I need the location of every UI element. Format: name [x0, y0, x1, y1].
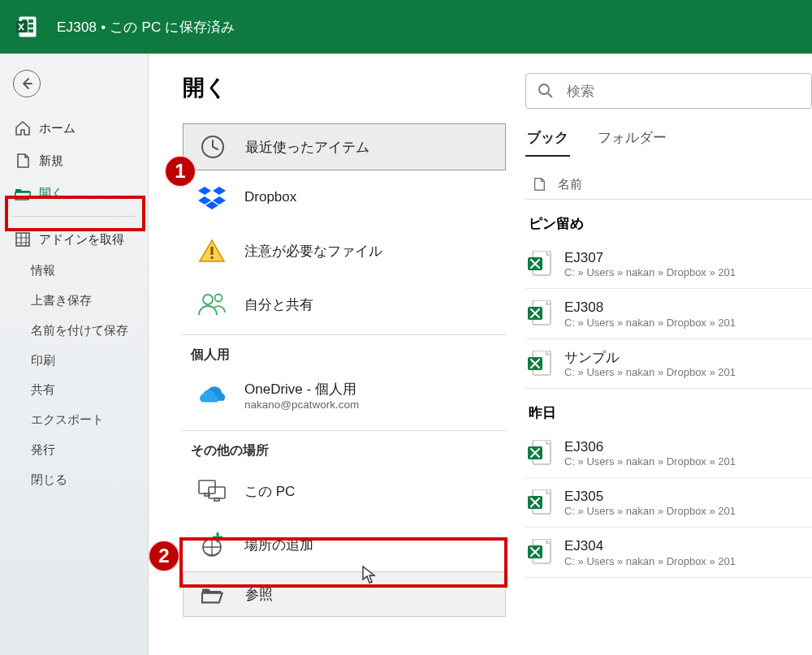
folder-open-icon — [15, 185, 31, 201]
add-place-icon — [197, 530, 227, 559]
document-icon — [532, 176, 546, 192]
sidebar-item-new[interactable]: 新規 — [8, 144, 140, 177]
back-button[interactable] — [13, 70, 41, 97]
this-pc-icon — [197, 476, 227, 506]
location-label: 注意が必要なファイル — [244, 242, 382, 261]
file-row[interactable]: EJ306 C: » Users » nakan » Dropbox » 201 — [525, 429, 812, 478]
files-panel: 検索 ブック フォルダー 名前 ピン留め EJ307 C: » Users » … — [506, 73, 812, 655]
location-onedrive[interactable]: OneDrive - 個人用 nakano@pcatwork.com — [183, 368, 506, 422]
location-label: 最近使ったアイテム — [245, 138, 369, 157]
document-icon — [15, 153, 31, 169]
search-input[interactable]: 検索 — [525, 73, 812, 109]
sidebar-item-save[interactable]: 上書き保存 — [8, 286, 140, 316]
file-path: C: » Users » nakan » Dropbox » 201 — [564, 455, 736, 468]
excel-file-icon — [527, 489, 553, 515]
sidebar-item-addins[interactable]: アドインを取得 — [8, 223, 140, 256]
tab-folders[interactable]: フォルダー — [596, 123, 668, 157]
location-text: OneDrive - 個人用 nakano@pcatwork.com — [244, 380, 359, 411]
sidebar-separator — [13, 216, 135, 217]
sidebar-item-open[interactable]: 開く — [8, 177, 140, 209]
svg-point-22 — [539, 84, 549, 94]
sidebar-label: 開く — [39, 186, 63, 201]
location-label: この PC — [244, 482, 295, 501]
document-title: EJ308 • この PC に保存済み — [57, 18, 235, 37]
file-path: C: » Users » nakan » Dropbox » 201 — [564, 317, 736, 329]
svg-point-16 — [215, 295, 222, 302]
sidebar-item-saveas[interactable]: 名前を付けて保存 — [8, 316, 140, 346]
svg-rect-19 — [209, 487, 225, 498]
location-browse[interactable]: 参照 — [183, 571, 506, 617]
home-icon — [15, 120, 31, 136]
sidebar-item-share[interactable]: 共有 — [8, 375, 140, 405]
search-icon — [538, 83, 554, 99]
location-recent[interactable]: 最近使ったアイテム — [183, 123, 506, 170]
tab-books[interactable]: ブック — [525, 123, 570, 157]
file-name: サンプル — [564, 349, 736, 366]
section-yesterday: 昨日 — [529, 403, 812, 422]
open-locations: 開く 最近使ったアイテム Dropbox 注意が必要なファイル — [183, 73, 506, 655]
file-path: C: » Users » nakan » Dropbox » 201 — [564, 505, 736, 517]
svg-rect-13 — [211, 247, 214, 255]
file-path: C: » Users » nakan » Dropbox » 201 — [564, 555, 736, 567]
file-row[interactable]: EJ308 C: » Users » nakan » Dropbox » 201 — [525, 289, 812, 338]
search-placeholder: 検索 — [567, 82, 594, 101]
svg-rect-14 — [211, 256, 214, 259]
folder-open-icon — [198, 580, 227, 609]
annotation-bullet-2: 2 — [149, 541, 179, 571]
file-name: EJ306 — [564, 438, 736, 455]
excel-file-icon — [527, 440, 553, 466]
file-name: EJ307 — [564, 249, 736, 266]
file-row[interactable]: サンプル C: » Users » nakan » Dropbox » 201 — [525, 339, 812, 389]
clock-icon — [198, 132, 227, 162]
location-label: Dropbox — [244, 189, 296, 205]
excel-file-icon — [527, 539, 553, 565]
sidebar-label: アドインを取得 — [39, 232, 124, 248]
column-header[interactable]: 名前 — [525, 165, 812, 200]
sidebar-item-print[interactable]: 印刷 — [8, 346, 140, 376]
onedrive-icon — [197, 381, 227, 410]
sidebar-label: ホーム — [39, 121, 76, 136]
location-this-pc[interactable]: この PC — [183, 464, 506, 518]
location-dropbox[interactable]: Dropbox — [183, 170, 506, 224]
svg-rect-20 — [214, 498, 219, 501]
excel-file-icon — [527, 251, 553, 277]
location-add-place[interactable]: 場所の追加 — [183, 518, 506, 571]
location-attention[interactable]: 注意が必要なファイル — [183, 224, 506, 278]
warning-icon — [197, 236, 227, 265]
annotation-bullet-1: 1 — [165, 156, 196, 187]
sidebar-item-export[interactable]: エクスポート — [8, 405, 140, 435]
section-other: その他の場所 — [183, 430, 506, 464]
sidebar-item-close[interactable]: 閉じる — [8, 465, 140, 495]
title-bar: EJ308 • この PC に保存済み — [0, 0, 812, 54]
location-shared[interactable]: 自分と共有 — [183, 278, 506, 331]
dropbox-icon — [197, 183, 227, 212]
name-header: 名前 — [558, 177, 582, 192]
sidebar-item-publish[interactable]: 発行 — [8, 435, 140, 465]
people-icon — [197, 290, 227, 319]
file-name: EJ304 — [564, 537, 736, 554]
location-label: 場所の追加 — [244, 536, 313, 554]
excel-file-icon — [527, 351, 553, 377]
sidebar-item-home[interactable]: ホーム — [8, 112, 140, 144]
onedrive-title: OneDrive - 個人用 — [244, 380, 359, 399]
tabs: ブック フォルダー — [525, 123, 812, 157]
location-label: 参照 — [245, 585, 273, 604]
location-label: 自分と共有 — [244, 295, 313, 314]
page-title: 開く — [183, 73, 506, 102]
file-row[interactable]: EJ307 C: » Users » nakan » Dropbox » 201 — [525, 239, 812, 289]
sidebar-label: 新規 — [39, 153, 63, 169]
svg-point-15 — [203, 295, 213, 304]
section-pinned: ピン留め — [529, 214, 812, 233]
section-personal: 個人用 — [183, 334, 506, 368]
grid-icon — [15, 231, 31, 248]
excel-file-icon — [527, 300, 553, 326]
excel-app-icon — [16, 16, 39, 37]
file-name: EJ305 — [564, 488, 736, 505]
file-path: C: » Users » nakan » Dropbox » 201 — [564, 366, 736, 378]
file-row[interactable]: EJ305 C: » Users » nakan » Dropbox » 201 — [525, 478, 812, 528]
file-path: C: » Users » nakan » Dropbox » 201 — [564, 266, 736, 278]
file-name: EJ308 — [564, 299, 736, 316]
sidebar-item-info[interactable]: 情報 — [8, 256, 140, 286]
file-row[interactable]: EJ304 C: » Users » nakan » Dropbox » 201 — [525, 528, 812, 577]
backstage-sidebar: ホーム 新規 開く アドインを取得 情報 上書き保存 名前を付けて保存 印刷 共… — [0, 54, 149, 655]
